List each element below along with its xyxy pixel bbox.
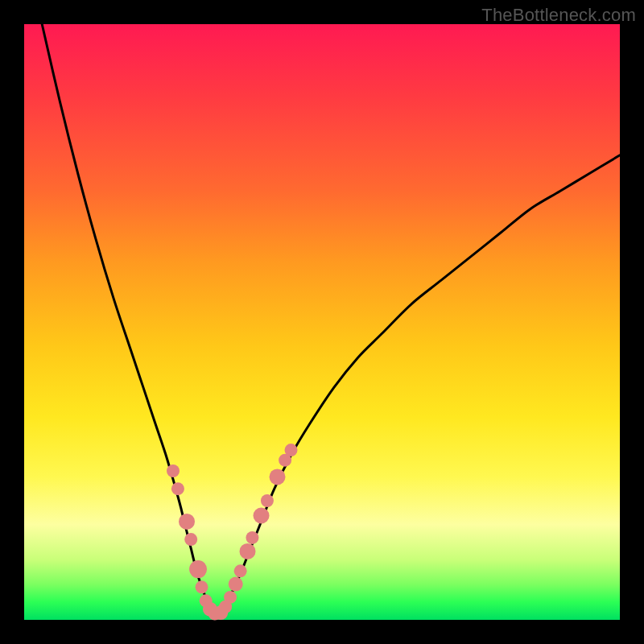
marker-dot: [229, 577, 243, 592]
chart-container: TheBottleneck.com: [0, 0, 644, 644]
plot-area: [24, 24, 620, 620]
chart-svg: [24, 24, 620, 620]
marker-dot: [167, 464, 180, 477]
marker-dot: [196, 580, 208, 593]
marker-dot: [224, 591, 237, 604]
marker-dot: [261, 494, 274, 507]
marker-dot: [189, 560, 207, 578]
marker-dot: [234, 564, 247, 577]
marker-dot: [285, 444, 298, 456]
marker-dot: [240, 543, 256, 559]
watermark-label: TheBottleneck.com: [481, 5, 636, 26]
marker-dot: [254, 508, 270, 524]
marker-dot: [270, 469, 286, 485]
marker-dot: [246, 531, 258, 544]
marker-dot: [184, 533, 197, 546]
marker-dot: [179, 514, 195, 530]
right-curve-line: [215, 155, 620, 614]
marker-dot: [171, 482, 184, 495]
